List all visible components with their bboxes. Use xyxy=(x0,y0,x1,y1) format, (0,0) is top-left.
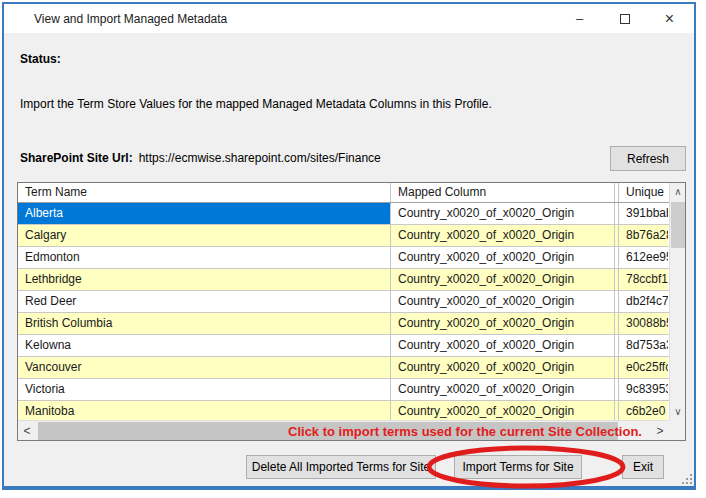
refresh-button[interactable]: Refresh xyxy=(610,146,686,171)
term-name-cell: Kelowna xyxy=(18,335,391,356)
site-url-label: SharePoint Site Url: xyxy=(20,151,133,165)
table-row[interactable]: Calgary Country_x0020_of_x0020_Origin 8b… xyxy=(18,225,669,247)
unique-id-cell: 78ccbf1 xyxy=(618,269,668,290)
table-row[interactable]: Vancouver Country_x0020_of_x0020_Origin … xyxy=(18,357,669,379)
exit-button[interactable]: Exit xyxy=(622,455,664,479)
mapped-column-cell: Country_x0020_of_x0020_Origin xyxy=(391,269,615,290)
delete-all-terms-button[interactable]: Delete All Imported Terms for Site xyxy=(246,455,436,479)
unique-id-cell: 30088b5 xyxy=(618,313,668,334)
window-title: View and Import Managed Metadata xyxy=(34,12,227,26)
title-bar: View and Import Managed Metadata – × xyxy=(4,4,694,33)
scroll-down-icon[interactable]: ∨ xyxy=(670,403,686,420)
term-name-cell: Edmonton xyxy=(18,247,391,268)
close-button[interactable]: × xyxy=(647,4,692,33)
mapped-column-cell: Country_x0020_of_x0020_Origin xyxy=(391,335,615,356)
site-url-line: SharePoint Site Url:https://ecmwise.shar… xyxy=(20,151,381,165)
table-row[interactable]: British Columbia Country_x0020_of_x0020_… xyxy=(18,313,669,335)
table-row[interactable]: Red Deer Country_x0020_of_x0020_Origin d… xyxy=(18,291,669,313)
table-row[interactable]: Kelowna Country_x0020_of_x0020_Origin 8d… xyxy=(18,335,669,357)
table-row[interactable]: Alberta Country_x0020_of_x0020_Origin 39… xyxy=(18,203,669,225)
close-icon: × xyxy=(665,10,674,28)
unique-id-cell: 612ee95 xyxy=(618,247,668,268)
minimize-button[interactable]: – xyxy=(557,4,602,33)
unique-id-cell: db2f4c7 xyxy=(618,291,668,312)
term-name-cell: Alberta xyxy=(18,203,391,224)
term-name-cell: Lethbridge xyxy=(18,269,391,290)
resize-grip-icon[interactable] xyxy=(680,472,692,484)
term-name-cell: Calgary xyxy=(18,225,391,246)
unique-id-cell: 9c83953 xyxy=(618,379,668,400)
table-row[interactable]: Edmonton Country_x0020_of_x0020_Origin 6… xyxy=(18,247,669,269)
term-name-cell: Victoria xyxy=(18,379,391,400)
table-row[interactable]: Victoria Country_x0020_of_x0020_Origin 9… xyxy=(18,379,669,401)
vertical-scroll-thumb[interactable] xyxy=(671,202,685,248)
mapped-column-cell: Country_x0020_of_x0020_Origin xyxy=(391,401,615,420)
table-header: Term Name Mapped Column Unique xyxy=(18,183,669,203)
status-label: Status: xyxy=(20,52,61,66)
table-row[interactable]: Manitoba Country_x0020_of_x0020_Origin c… xyxy=(18,401,669,420)
maximize-button[interactable] xyxy=(602,4,647,33)
mapped-column-cell: Country_x0020_of_x0020_Origin xyxy=(391,313,615,334)
vertical-scrollbar[interactable]: ∧ ∨ xyxy=(669,183,685,420)
term-name-cell: Vancouver xyxy=(18,357,391,378)
unique-id-cell: 8b76a28 xyxy=(618,225,668,246)
mapped-column-cell: Country_x0020_of_x0020_Origin xyxy=(391,379,615,400)
dialog-window: View and Import Managed Metadata – × Sta… xyxy=(2,2,696,490)
import-terms-button[interactable]: Import Terms for Site xyxy=(454,455,582,479)
table-row[interactable]: Lethbridge Country_x0020_of_x0020_Origin… xyxy=(18,269,669,291)
table-body: Alberta Country_x0020_of_x0020_Origin 39… xyxy=(18,203,669,420)
unique-id-cell: c6b2e0 xyxy=(618,401,668,420)
unique-id-cell: 8d753a3 xyxy=(618,335,668,356)
mapped-column-cell: Country_x0020_of_x0020_Origin xyxy=(391,291,615,312)
mapped-column-cell: Country_x0020_of_x0020_Origin xyxy=(391,247,615,268)
mapped-column-cell: Country_x0020_of_x0020_Origin xyxy=(391,357,615,378)
unique-id-cell: e0c25ffc xyxy=(618,357,668,378)
column-header-term-name[interactable]: Term Name xyxy=(18,183,391,202)
column-header-unique[interactable]: Unique xyxy=(618,183,668,202)
site-url-value: https://ecmwise.sharepoint.com/sites/Fin… xyxy=(139,151,381,165)
window-controls: – × xyxy=(557,4,692,33)
scroll-left-icon[interactable]: < xyxy=(18,421,36,441)
term-name-cell: British Columbia xyxy=(18,313,391,334)
maximize-icon xyxy=(620,14,630,24)
scroll-up-icon[interactable]: ∧ xyxy=(670,183,686,200)
mapped-column-cell: Country_x0020_of_x0020_Origin xyxy=(391,203,615,224)
minimize-icon: – xyxy=(576,11,583,26)
annotation-text: Click to import terms used for the curre… xyxy=(165,424,706,439)
column-header-mapped-column[interactable]: Mapped Column xyxy=(391,183,615,202)
mapped-column-cell: Country_x0020_of_x0020_Origin xyxy=(391,225,615,246)
description-text: Import the Term Store Values for the map… xyxy=(20,97,492,111)
unique-id-cell: 391bbab xyxy=(618,203,668,224)
page: View and Import Managed Metadata – × Sta… xyxy=(0,0,706,498)
terms-table: Term Name Mapped Column Unique Alberta C… xyxy=(17,182,686,441)
term-name-cell: Red Deer xyxy=(18,291,391,312)
term-name-cell: Manitoba xyxy=(18,401,391,420)
